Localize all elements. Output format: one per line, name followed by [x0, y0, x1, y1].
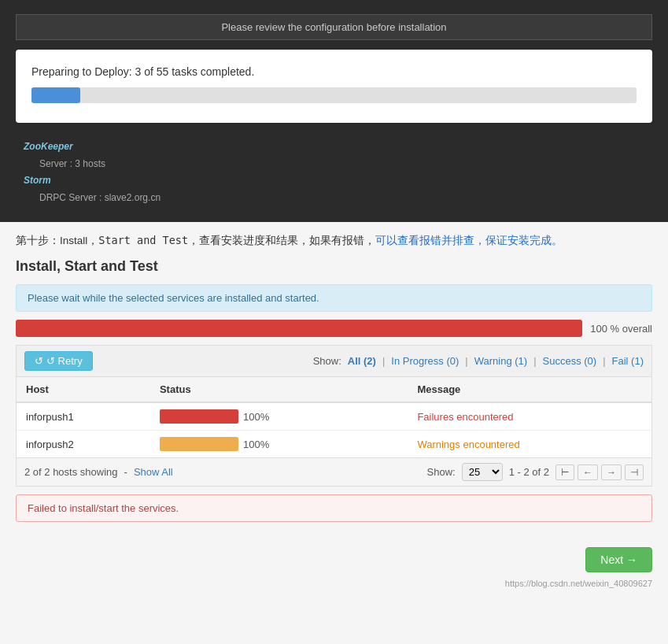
desc-prefix: 第十步：Install，Start and Test，查看安装进度和结果，如果有…: [16, 235, 375, 246]
pagination-row: 2 of 2 hosts showing - Show All Show: 25…: [16, 458, 652, 487]
hosts-showing-text: 2 of 2 hosts showing: [24, 466, 118, 478]
table-row: inforpush2 100% Warnings encountered: [17, 431, 651, 458]
info-banner: Please wait while the selected services …: [16, 284, 652, 312]
show-all-link[interactable]: Show All: [134, 466, 173, 478]
hosts-table-container: Host Status Message inforpush1 100% Fa: [16, 376, 652, 458]
status-bar-red: [160, 409, 238, 424]
section-title: Install, Start and Test: [16, 258, 652, 275]
service-name-storm: Storm: [24, 175, 51, 186]
first-page-btn[interactable]: ⊢: [555, 464, 574, 480]
sep-dash: -: [124, 466, 127, 478]
last-page-btn[interactable]: ⊣: [625, 464, 644, 480]
per-page-select[interactable]: 25 50 100: [462, 463, 503, 481]
description-section: 第十步：Install，Start and Test，查看安装进度和结果，如果有…: [0, 222, 668, 258]
retry-icon: ↺: [35, 355, 43, 367]
next-button[interactable]: Next →: [585, 547, 652, 572]
filter-in-progress[interactable]: In Progress (0): [391, 355, 459, 367]
watermark: https://blog.csdn.net/weixin_40809627: [0, 576, 668, 596]
toolbar-row: ↺ ↺ Retry Show: All (2) | In Progress (0…: [16, 345, 652, 376]
sep2: |: [465, 355, 467, 367]
info-banner-text: Please wait while the selected services …: [28, 292, 319, 304]
table-row: inforpush1 100% Failures encountered: [17, 402, 651, 431]
host-message: Failures encountered: [408, 402, 651, 431]
filter-all[interactable]: All (2): [348, 355, 376, 367]
sep4: |: [603, 355, 605, 367]
deploy-progress-bg: [31, 87, 637, 103]
col-host: Host: [17, 377, 150, 402]
next-page-btn[interactable]: →: [601, 464, 622, 480]
status-pct: 100%: [243, 411, 269, 423]
main-section: Install, Start and Test Please wait whil…: [0, 258, 668, 538]
deploy-progress-fill: [31, 87, 80, 103]
retry-button[interactable]: ↺ ↺ Retry: [24, 351, 93, 371]
service-zookeeper-detail: Server : 3 hosts: [24, 156, 652, 173]
status-pct: 100%: [243, 439, 269, 450]
host-name: inforpush2: [17, 431, 150, 458]
filter-warning[interactable]: Warning (1): [474, 355, 527, 367]
filter-success[interactable]: Success (0): [543, 355, 597, 367]
bottom-row: Next →: [0, 538, 668, 576]
error-banner: Failed to install/start the services.: [16, 494, 652, 522]
host-status: 100%: [150, 402, 408, 431]
col-status: Status: [150, 377, 408, 402]
config-bar-text: Please review the configuration before i…: [221, 21, 446, 33]
prev-page-btn[interactable]: ←: [578, 464, 598, 480]
sep1: |: [382, 355, 385, 367]
page-range: 1 - 2 of 2: [509, 466, 549, 478]
overall-progress-bar: [16, 320, 582, 337]
top-section: Please review the configuration before i…: [0, 0, 668, 222]
show-per-page-label: Show:: [427, 466, 456, 478]
desc-highlight: 可以查看报错并排查，保证安装完成。: [375, 235, 563, 246]
service-name-zookeeper: ZooKeeper: [24, 141, 73, 152]
host-message: Warnings encountered: [408, 431, 651, 458]
col-message: Message: [408, 377, 651, 402]
hosts-table: Host Status Message inforpush1 100% Fa: [17, 377, 651, 457]
deploy-title: Preparing to Deploy: 3 of 55 tasks compl…: [31, 65, 637, 78]
service-info: ZooKeeper Server : 3 hosts Storm DRPC Se…: [16, 132, 652, 206]
host-name: inforpush1: [17, 402, 150, 431]
status-bar-orange: [160, 437, 238, 451]
show-label: Show:: [313, 355, 341, 367]
service-storm: Storm: [24, 172, 652, 190]
retry-label: ↺ Retry: [46, 355, 83, 367]
config-bar: Please review the configuration before i…: [16, 14, 652, 40]
overall-label: 100 % overall: [590, 323, 652, 335]
error-banner-text: Failed to install/start the services.: [28, 502, 179, 514]
deploy-card: Preparing to Deploy: 3 of 55 tasks compl…: [16, 50, 652, 123]
overall-progress-row: 100 % overall: [16, 320, 652, 337]
page-nav: ⊢ ← → ⊣: [555, 464, 644, 480]
filter-fail[interactable]: Fail (1): [612, 355, 644, 367]
host-status: 100%: [150, 431, 408, 458]
service-storm-detail: DRPC Server : slave2.org.cn: [24, 190, 652, 207]
service-zookeeper: ZooKeeper: [24, 139, 652, 156]
sep3: |: [533, 355, 536, 367]
